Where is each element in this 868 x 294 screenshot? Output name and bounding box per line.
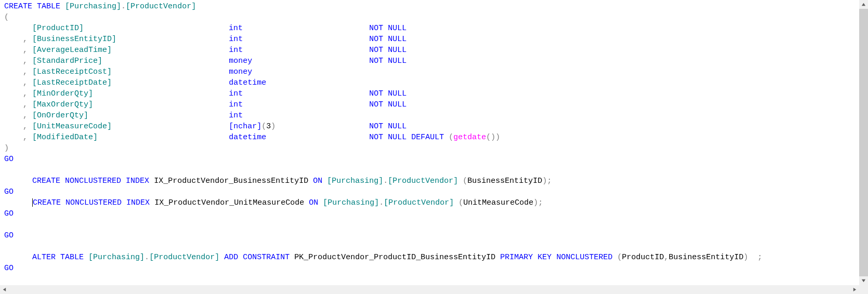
- code-line[interactable]: , [StandardPrice] money NOT NULL: [4, 56, 855, 66]
- code-line[interactable]: , [LastReceiptDate] datetime: [4, 77, 855, 88]
- code-line[interactable]: GO: [4, 230, 855, 241]
- code-line[interactable]: [4, 219, 855, 230]
- code-line[interactable]: GO: [4, 154, 855, 165]
- code-line[interactable]: , [AverageLeadTime] int NOT NULL: [4, 45, 855, 56]
- code-line[interactable]: [4, 165, 855, 176]
- code-line[interactable]: , [MaxOrderQty] int NOT NULL: [4, 99, 855, 110]
- scroll-right-arrow-icon[interactable]: [850, 285, 859, 294]
- code-line[interactable]: GO: [4, 263, 855, 274]
- code-line[interactable]: , [BusinessEntityID] int NOT NULL: [4, 34, 855, 45]
- code-line[interactable]: , [OnOrderQty] int: [4, 110, 855, 121]
- sql-editor: CREATE TABLE [Purchasing].[ProductVendor…: [0, 0, 868, 294]
- vertical-scroll-thumb[interactable]: [859, 9, 868, 276]
- horizontal-scrollbar[interactable]: [0, 285, 859, 294]
- horizontal-scroll-thumb[interactable]: [9, 285, 850, 294]
- scrollbar-corner: [859, 285, 868, 294]
- code-line[interactable]: CREATE NONCLUSTERED INDEX IX_ProductVend…: [4, 176, 855, 186]
- vertical-scrollbar[interactable]: [859, 0, 868, 285]
- code-line[interactable]: [ProductID] int NOT NULL: [4, 23, 855, 34]
- code-line[interactable]: , [LastReceiptCost] money: [4, 66, 855, 77]
- code-line[interactable]: , [ModifiedDate] datetime NOT NULL DEFAU…: [4, 132, 855, 143]
- code-line[interactable]: ALTER TABLE [Purchasing].[ProductVendor]…: [4, 252, 855, 263]
- code-line[interactable]: [4, 241, 855, 252]
- code-line[interactable]: GO: [4, 186, 855, 197]
- code-line[interactable]: , [MinOrderQty] int NOT NULL: [4, 88, 855, 99]
- code-line[interactable]: CREATE NONCLUSTERED INDEX IX_ProductVend…: [4, 197, 855, 208]
- scroll-left-arrow-icon[interactable]: [0, 285, 9, 294]
- scroll-up-arrow-icon[interactable]: [859, 0, 868, 9]
- code-area[interactable]: CREATE TABLE [Purchasing].[ProductVendor…: [0, 0, 859, 285]
- code-line[interactable]: CREATE TABLE [Purchasing].[ProductVendor…: [4, 1, 855, 12]
- vertical-scroll-track[interactable]: [859, 9, 868, 276]
- code-line[interactable]: , [UnitMeasureCode] [nchar](3) NOT NULL: [4, 121, 855, 132]
- code-line[interactable]: (: [4, 12, 855, 23]
- code-line[interactable]: ): [4, 143, 855, 154]
- code-line[interactable]: GO: [4, 208, 855, 219]
- horizontal-scroll-track[interactable]: [9, 285, 850, 294]
- scroll-down-arrow-icon[interactable]: [859, 276, 868, 285]
